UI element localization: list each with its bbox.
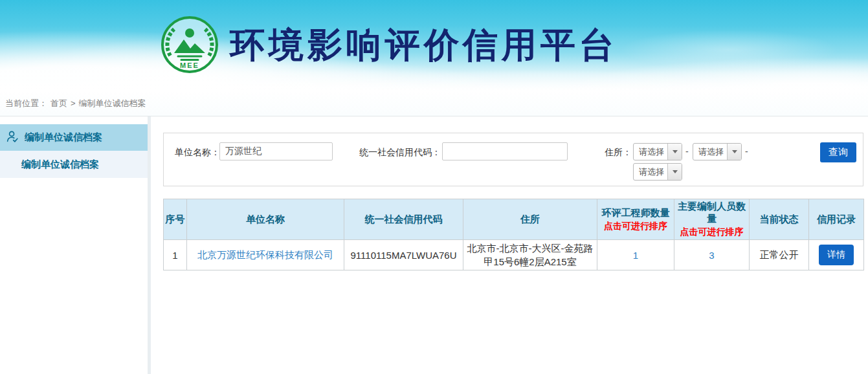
engineer-count-link[interactable]: 1 bbox=[633, 250, 638, 261]
mee-logo: MEE bbox=[161, 16, 219, 74]
sidebar: 编制单位诚信档案 编制单位诚信档案 bbox=[0, 116, 148, 374]
col-header-credit-code: 统一社会信用代码 bbox=[344, 199, 463, 240]
col-header-index: 序号 bbox=[164, 199, 187, 240]
province-select-value: 请选择 bbox=[634, 144, 667, 160]
site-title: 环境影响评价信用平台 bbox=[230, 16, 618, 74]
address-dash-2: - bbox=[745, 146, 748, 157]
chevron-down-icon[interactable] bbox=[667, 144, 682, 160]
district-select-value: 请选择 bbox=[634, 164, 667, 180]
col-header-engineer-count-label: 环评工程师数量 bbox=[597, 207, 674, 219]
credit-code-label: 统一社会信用代码： bbox=[358, 147, 441, 159]
address-label: 住所： bbox=[605, 147, 632, 159]
sidebar-item-label: 编制单位诚信档案 bbox=[25, 131, 102, 144]
status-cell: 正常公开 bbox=[750, 240, 809, 270]
logo-caption-text: MEE bbox=[180, 61, 199, 69]
sort-hint: 点击可进行排序 bbox=[597, 221, 674, 232]
staff-count-link[interactable]: 3 bbox=[709, 250, 714, 261]
breadcrumb: 当前位置： 首页 > 编制单位诚信档案 bbox=[0, 91, 868, 116]
breadcrumb-label: 当前位置： bbox=[5, 98, 47, 109]
district-select[interactable]: 请选择 bbox=[633, 163, 682, 181]
col-header-unit-name: 单位名称 bbox=[187, 199, 344, 240]
unit-name-link[interactable]: 北京万源世纪环保科技有限公司 bbox=[197, 249, 333, 260]
col-header-staff-count-sort[interactable]: 主要编制人员数量 点击可进行排序 bbox=[674, 199, 750, 240]
table-row: 1 北京万源世纪环保科技有限公司 91110115MA7LWUA76U 北京市-… bbox=[164, 240, 864, 270]
results-table: 序号 单位名称 统一社会信用代码 住所 环评工程师数量 点击可进行排序 主要编制… bbox=[163, 199, 864, 270]
detail-button[interactable]: 详情 bbox=[819, 245, 854, 265]
sidebar-item-unit-credit-archive[interactable]: 编制单位诚信档案 bbox=[0, 124, 148, 151]
user-check-icon bbox=[5, 129, 19, 146]
credit-code-cell: 91110115MA7LWUA76U bbox=[344, 240, 463, 270]
col-header-address: 住所 bbox=[463, 199, 597, 240]
sidebar-subitem-label: 编制单位诚信档案 bbox=[21, 159, 99, 171]
sidebar-subitem-unit-credit-archive[interactable]: 编制单位诚信档案 bbox=[0, 151, 148, 178]
chevron-down-icon[interactable] bbox=[667, 164, 682, 180]
table-header-row: 序号 单位名称 统一社会信用代码 住所 环评工程师数量 点击可进行排序 主要编制… bbox=[164, 199, 864, 240]
breadcrumb-separator: > bbox=[71, 98, 76, 108]
address-dash-1: - bbox=[685, 146, 689, 157]
col-header-status: 当前状态 bbox=[750, 199, 809, 240]
sort-hint: 点击可进行排序 bbox=[674, 226, 749, 238]
col-header-engineer-count-sort[interactable]: 环评工程师数量 点击可进行排序 bbox=[597, 199, 674, 240]
province-select[interactable]: 请选择 bbox=[633, 143, 682, 160]
city-select[interactable]: 请选择 bbox=[693, 143, 742, 160]
row-index-cell: 1 bbox=[164, 240, 187, 270]
chevron-down-icon[interactable] bbox=[727, 144, 741, 160]
breadcrumb-home-link[interactable]: 首页 bbox=[50, 98, 67, 109]
city-select-value: 请选择 bbox=[693, 144, 727, 160]
unit-name-label: 单位名称： bbox=[175, 147, 220, 159]
breadcrumb-current: 编制单位诚信档案 bbox=[79, 98, 146, 109]
search-panel: 单位名称： 统一社会信用代码： 住所： 请选择 - 请选择 - 请选择 查询 bbox=[163, 133, 863, 186]
unit-name-input[interactable] bbox=[219, 142, 333, 160]
col-header-credit-record: 信用记录 bbox=[809, 199, 864, 240]
col-header-staff-count-label: 主要编制人员数量 bbox=[674, 201, 749, 225]
credit-code-input[interactable] bbox=[442, 142, 568, 160]
query-button[interactable]: 查询 bbox=[820, 142, 856, 162]
content-area: 单位名称： 统一社会信用代码： 住所： 请选择 - 请选择 - 请选择 查询 bbox=[151, 116, 868, 374]
site-header: MEE 环境影响评价信用平台 bbox=[0, 0, 868, 91]
address-cell: 北京市-北京市-大兴区-金苑路甲15号6幢2层A215室 bbox=[463, 240, 597, 270]
